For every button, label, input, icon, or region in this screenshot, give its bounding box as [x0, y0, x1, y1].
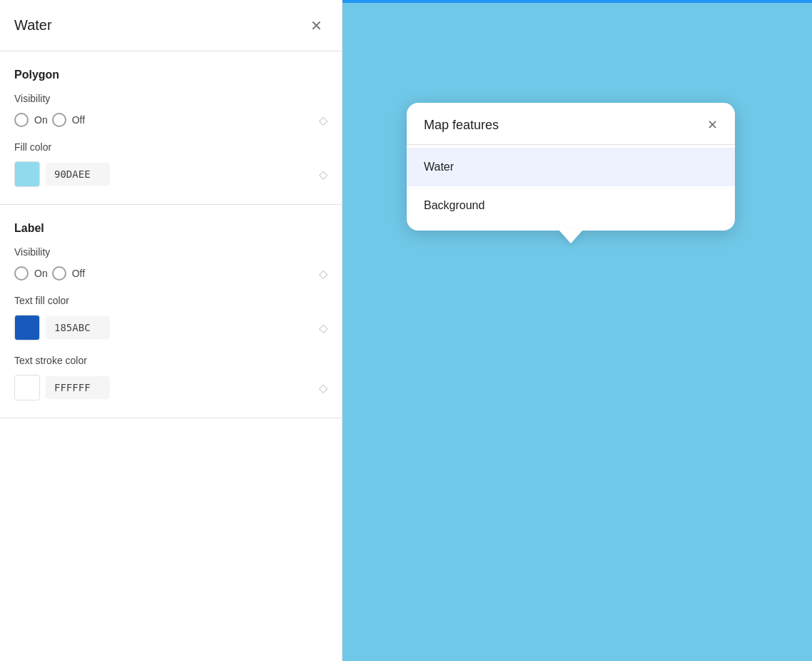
polygon-visibility-on-label[interactable]: On	[14, 113, 48, 127]
label-on-text: On	[34, 268, 48, 279]
label-visibility-row: On Off ◇	[14, 266, 328, 281]
map-panel: Map features ✕ Water Background	[342, 0, 812, 661]
popup-items-list: Water Background	[407, 145, 735, 231]
text-stroke-diamond-icon[interactable]: ◇	[319, 381, 328, 395]
text-fill-color-label: Text fill color	[14, 295, 328, 306]
popup-item-water-label: Water	[424, 161, 454, 173]
label-visibility-options: On Off	[14, 266, 96, 281]
panel-title: Water	[14, 17, 52, 34]
polygon-section: Polygon Visibility On Off ◇ Fill color 9…	[0, 51, 342, 205]
polygon-on-text: On	[34, 114, 48, 126]
text-stroke-color-label: Text stroke color	[14, 355, 328, 366]
map-features-popup: Map features ✕ Water Background	[407, 103, 735, 231]
polygon-visibility-on-radio[interactable]	[14, 113, 29, 127]
polygon-visibility-row: On Off ◇	[14, 113, 328, 127]
polygon-visibility-label: Visibility	[14, 93, 328, 104]
popup-title: Map features	[424, 118, 499, 133]
popup-item-background-label: Background	[424, 199, 484, 211]
left-panel: Water ✕ Polygon Visibility On Off ◇ Fill…	[0, 0, 342, 661]
fill-color-label: Fill color	[14, 141, 328, 153]
label-visibility-on-radio[interactable]	[14, 266, 29, 281]
polygon-fill-color-diamond-icon[interactable]: ◇	[319, 168, 328, 181]
polygon-visibility-options: On Off	[14, 113, 96, 127]
polygon-visibility-off-label[interactable]: Off	[52, 113, 85, 127]
text-fill-color-value[interactable]: 185ABC	[46, 316, 110, 339]
text-stroke-color-left: FFFFFF	[14, 375, 110, 400]
popup-close-button[interactable]: ✕	[707, 117, 718, 133]
label-off-text: Off	[72, 268, 85, 279]
popup-item-background[interactable]: Background	[407, 186, 735, 225]
label-visibility-diamond-icon[interactable]: ◇	[319, 267, 328, 281]
text-fill-color-row: 185ABC ◇	[14, 315, 328, 340]
label-section: Label Visibility On Off ◇ Text fill colo…	[0, 205, 342, 418]
panel-close-button[interactable]: ✕	[305, 14, 328, 37]
close-icon: ✕	[310, 17, 323, 34]
polygon-fill-color-left: 90DAEE	[14, 161, 110, 187]
text-fill-color-left: 185ABC	[14, 315, 110, 340]
label-visibility-on-label[interactable]: On	[14, 266, 48, 281]
polygon-fill-color-swatch[interactable]	[14, 161, 40, 187]
polygon-fill-color-row: 90DAEE ◇	[14, 161, 328, 187]
label-section-title: Label	[14, 222, 328, 235]
popup-close-icon: ✕	[707, 117, 718, 133]
text-fill-color-swatch[interactable]	[14, 315, 40, 340]
label-visibility-off-radio[interactable]	[52, 266, 66, 281]
popup-item-water[interactable]: Water	[407, 148, 735, 186]
polygon-visibility-off-radio[interactable]	[52, 113, 66, 127]
polygon-off-text: Off	[72, 114, 85, 126]
label-visibility-label: Visibility	[14, 246, 328, 258]
polygon-visibility-diamond-icon[interactable]: ◇	[319, 113, 328, 127]
text-stroke-color-value[interactable]: FFFFFF	[46, 376, 110, 399]
label-visibility-off-label[interactable]: Off	[52, 266, 85, 281]
text-stroke-color-row: FFFFFF ◇	[14, 375, 328, 400]
panel-header: Water ✕	[0, 0, 342, 51]
polygon-fill-color-value[interactable]: 90DAEE	[46, 163, 110, 186]
text-fill-diamond-icon[interactable]: ◇	[319, 321, 328, 335]
popup-header: Map features ✕	[407, 103, 735, 145]
polygon-section-title: Polygon	[14, 69, 328, 81]
text-stroke-color-swatch[interactable]	[14, 375, 40, 400]
